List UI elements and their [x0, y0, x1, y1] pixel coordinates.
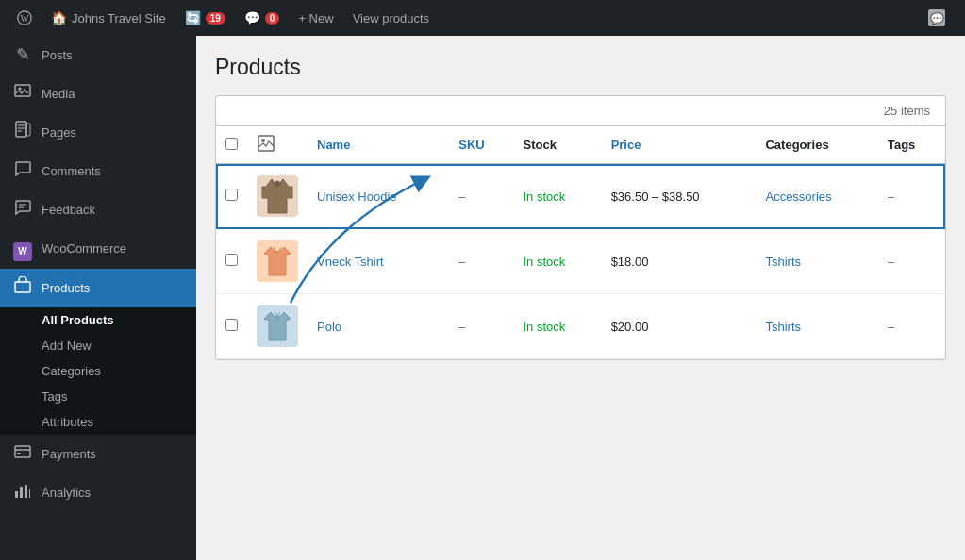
comments-icon [11, 160, 34, 184]
comments-button[interactable]: 💬 0 [235, 0, 290, 36]
submenu-categories[interactable]: Categories [0, 358, 196, 384]
col-price: Price [602, 126, 757, 164]
col-sku: SKU [449, 126, 513, 164]
submenu-tags[interactable]: Tags [0, 384, 196, 409]
feedback-icon [11, 199, 34, 222]
content-area: Products 25 items [196, 36, 965, 560]
sidebar-item-posts[interactable]: ✎ Posts [0, 36, 196, 74]
media-icon [11, 82, 34, 106]
product-thumbnail [257, 240, 298, 282]
row-stock-cell: In stock [513, 164, 601, 229]
svg-rect-4 [15, 85, 30, 96]
row-checkbox[interactable] [225, 254, 238, 266]
table-row: Polo – In stock $20.00 [216, 294, 945, 359]
row-name-cell: Polo [308, 294, 449, 359]
products-table: 25 items [215, 95, 946, 360]
product-name-link[interactable]: Polo [317, 320, 341, 334]
sidebar-item-products[interactable]: Products [0, 269, 196, 307]
price-sort-link[interactable]: Price [611, 138, 641, 152]
sidebar-item-woocommerce[interactable]: W WooCommerce [0, 230, 196, 269]
col-thumb [247, 126, 308, 164]
category-link[interactable]: Accessories [765, 189, 831, 204]
row-checkbox-cell [216, 229, 247, 294]
main-layout: ✎ Posts Media [0, 36, 965, 560]
site-name[interactable]: 🏠 Johns Travel Site [42, 0, 175, 36]
wp-logo[interactable]: W [8, 0, 42, 36]
row-categories-cell: Tshirts [756, 229, 877, 294]
row-thumb-cell [247, 229, 308, 294]
row-stock-cell: In stock [513, 229, 601, 294]
row-checkbox[interactable] [225, 189, 238, 201]
row-sku-cell: – [449, 164, 513, 229]
svg-rect-19 [25, 485, 27, 498]
products-list: Name SKU Stock Price Categories Tags [216, 126, 945, 359]
page-title: Products [215, 55, 946, 80]
updates-button[interactable]: 🔄 19 [175, 0, 235, 36]
sidebar-item-feedback[interactable]: Feedback [0, 191, 196, 230]
product-name-link[interactable]: Unisex Hoodie [317, 189, 397, 204]
svg-point-22 [261, 139, 265, 142]
row-name-cell: Unisex Hoodie [308, 164, 449, 229]
name-sort-link[interactable]: Name [317, 138, 350, 152]
category-link[interactable]: Tshirts [765, 255, 801, 269]
updates-badge: 19 [206, 12, 225, 25]
products-icon [11, 276, 34, 300]
svg-point-5 [19, 88, 22, 91]
admin-bar: W 🏠 Johns Travel Site 🔄 19 💬 0 + New Vie… [0, 0, 965, 36]
col-categories: Categories [756, 126, 877, 164]
row-name-cell: Vneck Tshirt [308, 229, 449, 294]
row-tags-cell: – [878, 294, 945, 359]
submenu-add-new[interactable]: Add New [0, 333, 196, 358]
row-thumb-cell [247, 294, 308, 359]
row-tags-cell: – [878, 164, 945, 229]
svg-rect-13 [15, 282, 30, 292]
svg-rect-14 [15, 446, 30, 457]
row-categories-cell: Tshirts [756, 294, 877, 359]
product-name-link[interactable]: Vneck Tshirt [317, 255, 384, 269]
product-thumbnail [257, 305, 298, 347]
row-checkbox[interactable] [225, 319, 238, 331]
row-checkbox-cell [216, 164, 247, 229]
submenu-attributes[interactable]: Attributes [0, 409, 196, 435]
svg-rect-17 [15, 491, 18, 498]
select-all-checkbox[interactable] [225, 138, 238, 150]
svg-rect-20 [29, 489, 30, 498]
sidebar-item-analytics[interactable]: Analytics [0, 474, 196, 513]
row-price-cell: $18.00 [602, 229, 757, 294]
row-price-cell: $36.50 – $38.50 [602, 164, 757, 229]
row-sku-cell: – [449, 294, 513, 359]
sidebar: ✎ Posts Media [0, 36, 196, 560]
col-checkbox [216, 126, 247, 164]
svg-text:W: W [20, 13, 29, 24]
row-price-cell: $20.00 [602, 294, 757, 359]
svg-text:💬: 💬 [930, 11, 944, 25]
row-stock-cell: In stock [513, 294, 601, 359]
submenu-all-products[interactable]: All Products [0, 307, 196, 333]
posts-icon: ✎ [11, 43, 34, 67]
row-tags-cell: – [878, 229, 945, 294]
table-row: Unisex Hoodie – In stock $36.50 – $38.50 [216, 164, 945, 229]
pages-icon [11, 121, 34, 144]
col-stock: Stock [513, 126, 601, 164]
sidebar-item-pages[interactable]: Pages [0, 113, 196, 152]
notification-icon[interactable]: 💬 [923, 5, 950, 31]
sku-sort-link[interactable]: SKU [458, 138, 484, 152]
row-checkbox-cell [216, 294, 247, 359]
category-link[interactable]: Tshirts [765, 320, 801, 334]
analytics-icon [11, 482, 34, 505]
new-button[interactable]: + New [289, 0, 342, 36]
view-products-button[interactable]: View products [343, 0, 439, 36]
sidebar-item-payments[interactable]: Payments [0, 435, 196, 473]
sidebar-item-media[interactable]: Media [0, 74, 196, 113]
row-categories-cell: Accessories [756, 164, 877, 229]
svg-rect-18 [20, 487, 23, 498]
items-count: 25 items [884, 104, 930, 118]
payments-icon [11, 442, 34, 466]
row-thumb-cell [247, 164, 308, 229]
svg-rect-16 [17, 453, 21, 454]
comments-badge: 0 [265, 12, 280, 25]
col-name: Name [308, 126, 449, 164]
products-submenu: All Products Add New Categories Tags Att… [0, 307, 196, 435]
row-sku-cell: – [449, 229, 513, 294]
sidebar-item-comments[interactable]: Comments [0, 153, 196, 191]
